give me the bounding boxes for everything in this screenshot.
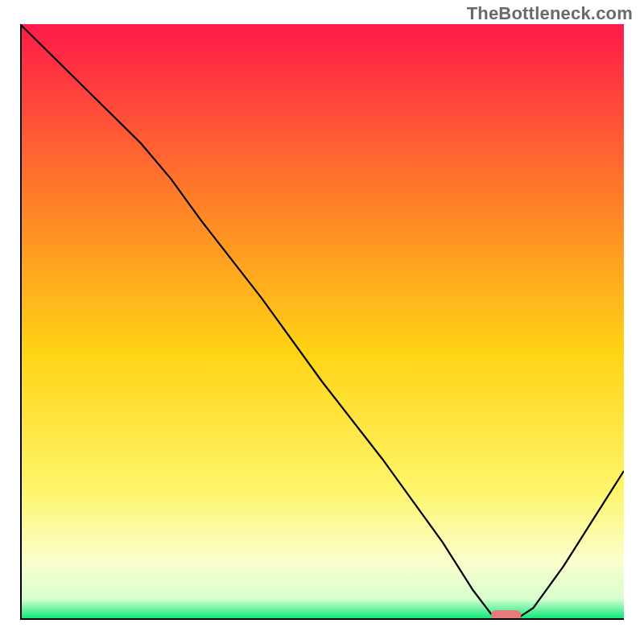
- y-axis: [20, 24, 22, 620]
- chart-stage: TheBottleneck.com: [0, 0, 644, 644]
- gradient-background: [20, 24, 624, 620]
- plot-area: [20, 24, 624, 620]
- x-axis: [20, 618, 624, 620]
- plot-container: [20, 24, 624, 620]
- watermark-text: TheBottleneck.com: [467, 3, 633, 24]
- svg-rect-0: [20, 24, 624, 620]
